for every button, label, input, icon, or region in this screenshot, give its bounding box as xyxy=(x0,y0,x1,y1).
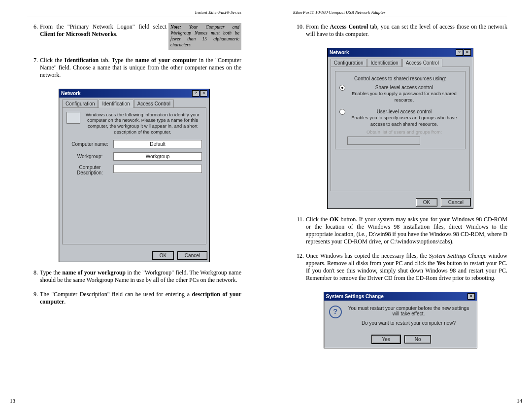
computer-icon xyxy=(66,112,80,124)
dialog-title: Network xyxy=(330,50,349,55)
tab-identification[interactable]: Identification xyxy=(367,59,401,67)
identification-info: Windows uses the following information t… xyxy=(83,112,202,136)
cancel-button[interactable]: Cancel xyxy=(177,251,207,260)
label-description: Computer Description: xyxy=(66,165,113,175)
dialog-title: Network xyxy=(61,91,80,96)
input-computer-name[interactable]: Default xyxy=(113,140,202,148)
header-left: Instant EtherFast® Series xyxy=(27,10,241,16)
tab-access-control[interactable]: Access Control xyxy=(402,59,442,67)
tab-configuration[interactable]: Configuration xyxy=(331,59,366,67)
input-user-source xyxy=(347,137,420,145)
note-box: Note: Your Computer and Workgroup Names … xyxy=(168,23,241,50)
yes-button[interactable]: Yes xyxy=(371,335,401,344)
page-number-left: 13 xyxy=(10,398,15,404)
dialog-network-access: Network ? × Configuration Identification… xyxy=(327,48,473,209)
step-11: 11. Click the OK button. If your system … xyxy=(293,216,507,245)
dialog-title: System Settings Change xyxy=(326,294,384,299)
dialog-network-identification: Network ? × Configuration Identification… xyxy=(59,89,210,262)
dialog-system-settings-change: System Settings Change × ? You must rest… xyxy=(324,292,477,348)
radio-share-level[interactable]: Share-level access control Enables you t… xyxy=(339,84,461,103)
page-right: EtherFast® 10/100 Compact USB Network Ad… xyxy=(266,0,532,411)
tab-identification[interactable]: Identification xyxy=(99,100,133,108)
help-icon[interactable]: ? xyxy=(192,90,200,97)
step-8: 8. Type the name of your workgroup in th… xyxy=(27,269,241,284)
ok-button[interactable]: OK xyxy=(416,198,437,206)
label-workgroup: Workgroup: xyxy=(66,154,113,159)
document-spread: Instant EtherFast® Series 6. Note: Your … xyxy=(0,0,532,411)
group-label: Control access to shared resources using… xyxy=(339,75,461,82)
ok-button[interactable]: OK xyxy=(152,251,174,260)
label-computer-name: Computer name: xyxy=(66,141,113,147)
header-right: EtherFast® 10/100 Compact USB Network Ad… xyxy=(293,10,507,16)
step-6: 6. Note: Your Computer and Workgroup Nam… xyxy=(27,23,241,50)
question-icon: ? xyxy=(329,306,342,318)
step-9: 9. The "Computer Description" field can … xyxy=(27,291,241,306)
cancel-button[interactable]: Cancel xyxy=(441,198,471,206)
page-left: Instant EtherFast® Series 6. Note: Your … xyxy=(0,0,266,411)
page-number-right: 14 xyxy=(517,398,522,404)
close-icon[interactable]: × xyxy=(467,293,475,300)
radio-icon xyxy=(339,109,345,115)
no-button[interactable]: No xyxy=(404,335,432,343)
step-7: 7. Click the Identification tab. Type th… xyxy=(27,57,241,79)
step-10: 10. From the Access Control tab, you can… xyxy=(293,23,507,38)
radio-icon xyxy=(339,85,345,91)
close-icon[interactable]: × xyxy=(200,90,207,97)
radio-user-level[interactable]: User-level access control Enables you to… xyxy=(339,108,461,145)
ssc-message-1: You must restart your computer before th… xyxy=(346,306,472,316)
tab-access-control[interactable]: Access Control xyxy=(134,100,174,108)
tab-configuration[interactable]: Configuration xyxy=(62,100,98,108)
close-icon[interactable]: × xyxy=(464,49,471,56)
input-workgroup[interactable]: Workgroup xyxy=(113,152,202,161)
input-description[interactable] xyxy=(113,165,202,173)
ssc-message-2: Do you want to restart your computer now… xyxy=(346,320,472,326)
help-icon[interactable]: ? xyxy=(456,49,463,56)
step-12: 12. Once Windows has copied the necessar… xyxy=(293,252,507,282)
